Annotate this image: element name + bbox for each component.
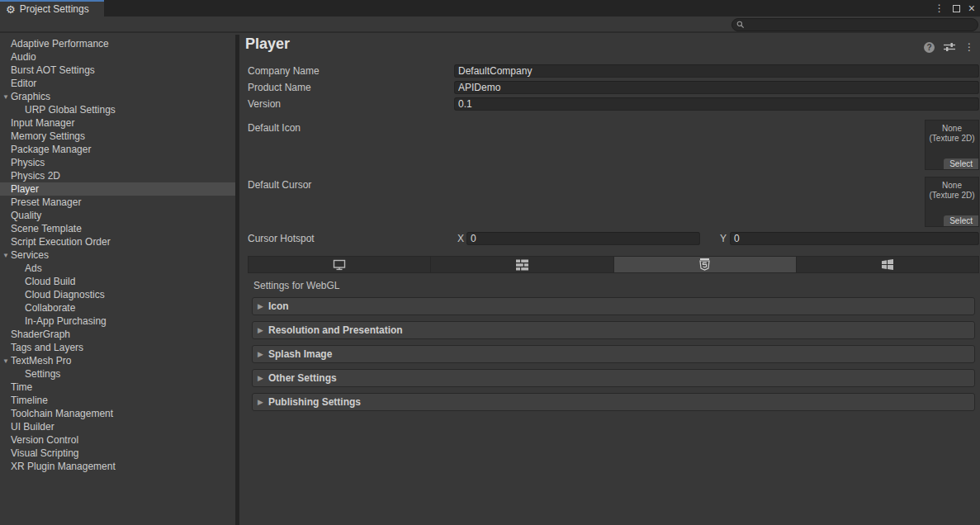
panel-menu-icon[interactable]: ⋮ <box>964 41 974 53</box>
sidebar-item[interactable]: ▼ Memory Settings <box>0 130 235 143</box>
section-header[interactable]: ▶ Resolution and Presentation <box>252 321 975 339</box>
sidebar-item[interactable]: ▼ Audio <box>0 50 235 64</box>
sidebar-item[interactable]: ▼ Toolchain Management <box>0 407 235 420</box>
sidebar-item[interactable]: ▼ Package Manager <box>0 143 235 156</box>
presets-icon[interactable] <box>944 42 955 52</box>
sidebar-item-label: Graphics <box>11 91 50 102</box>
sidebar-item-label: URP Global Settings <box>25 104 116 116</box>
sidebar-item-label: Audio <box>11 51 36 63</box>
hotspot-y-label: Y <box>720 232 727 245</box>
sidebar-item[interactable]: ▼ Input Manager <box>0 116 235 130</box>
sidebar-item[interactable]: ▼ URP Global Settings <box>0 103 235 116</box>
company-name-field[interactable] <box>454 64 979 78</box>
sidebar-item-label: Toolchain Management <box>11 408 113 419</box>
sidebar-item[interactable]: ▼ Adaptive Performance <box>0 37 235 50</box>
sidebar-item[interactable]: ▼ Collaborate <box>0 301 235 315</box>
default-cursor-label: Default Cursor <box>248 178 311 192</box>
texture-type-label: (Texture 2D) <box>926 134 978 144</box>
chevron-right-icon: ▶ <box>258 398 268 406</box>
sidebar-item[interactable]: ▼ Ads <box>0 262 235 275</box>
select-button[interactable]: Select <box>944 215 978 226</box>
window-tab-title: Project Settings <box>20 3 89 15</box>
product-name-field[interactable] <box>454 81 979 94</box>
page-title: Player <box>245 35 290 53</box>
sidebar-item-label: Package Manager <box>11 144 91 155</box>
section-header[interactable]: ▶ Splash Image <box>252 345 975 363</box>
sidebar-item[interactable]: ▼ Settings <box>0 367 235 381</box>
sidebar-item-label: Player <box>11 183 39 195</box>
sidebar-item[interactable]: ▼ Script Execution Order <box>0 235 235 248</box>
sidebar-item-label: Physics <box>11 157 45 168</box>
sidebar-item[interactable]: ▼ Preset Manager <box>0 196 235 209</box>
window-menu-icon[interactable]: ⋮ <box>935 2 944 14</box>
sidebar-item[interactable]: ▼ Scene Template <box>0 222 235 235</box>
sidebar-item[interactable]: ▼ ShaderGraph <box>0 328 235 341</box>
section-label: Splash Image <box>268 348 332 360</box>
foldout-icon[interactable]: ▼ <box>2 357 11 365</box>
hotspot-y-field[interactable] <box>730 232 979 245</box>
version-field[interactable] <box>454 97 979 111</box>
sidebar-item-label: Cloud Diagnostics <box>25 289 105 300</box>
sidebar-item[interactable]: ▼ Player <box>0 182 235 196</box>
product-name-label: Product Name <box>248 81 311 94</box>
close-icon[interactable]: × <box>968 2 975 14</box>
sidebar-item[interactable]: ▼ UI Builder <box>0 420 235 433</box>
sidebar-item[interactable]: ▼ Quality <box>0 209 235 222</box>
sidebar-item[interactable]: ▼ Version Control <box>0 433 235 447</box>
sidebar-item[interactable]: ▼ Physics 2D <box>0 169 235 182</box>
sidebar-item[interactable]: ▼ Editor <box>0 77 235 90</box>
sidebar-item-label: Services <box>11 249 49 261</box>
sidebar-item-label: Adaptive Performance <box>11 38 109 50</box>
version-label: Version <box>248 97 281 111</box>
tab-platform-windows[interactable] <box>797 257 978 272</box>
sidebar-item[interactable]: ▼ Timeline <box>0 394 235 407</box>
tab-platform-desktop[interactable] <box>249 257 431 272</box>
texture-type-label: (Texture 2D) <box>926 191 978 201</box>
server-icon <box>516 259 528 271</box>
sidebar-item[interactable]: ▼ Burst AOT Settings <box>0 64 235 77</box>
section-header[interactable]: ▶ Publishing Settings <box>252 393 975 411</box>
search-input[interactable] <box>748 19 978 31</box>
chevron-right-icon: ▶ <box>258 374 268 382</box>
maximize-icon[interactable] <box>953 5 960 12</box>
chevron-right-icon: ▶ <box>258 350 268 358</box>
default-cursor-texture-slot[interactable]: None (Texture 2D) Select <box>925 177 979 227</box>
sidebar-item-label: Physics 2D <box>11 170 60 182</box>
search-icon <box>736 21 745 29</box>
sidebar-item[interactable]: ▼ Cloud Build <box>0 275 235 288</box>
sidebar-item[interactable]: ▼ XR Plugin Management <box>0 460 235 473</box>
sidebar-item[interactable]: ▼ Tags and Layers <box>0 341 235 354</box>
settings-sidebar: ▼ Adaptive Performance ▼ Audio ▼ Burst A… <box>0 35 235 525</box>
tab-project-settings[interactable]: ⚙ Project Settings <box>0 0 104 17</box>
panel-header-icons: ? ⋮ <box>924 41 974 53</box>
section-label: Resolution and Presentation <box>268 324 403 336</box>
sidebar-item-label: Ads <box>25 262 42 274</box>
sidebar-item[interactable]: ▼ Services <box>0 248 235 262</box>
sidebar-item[interactable]: ▼ In-App Purchasing <box>0 315 235 328</box>
section-header[interactable]: ▶ Other Settings <box>252 369 975 387</box>
sidebar-item-label: TextMesh Pro <box>11 355 71 367</box>
company-name-label: Company Name <box>248 64 320 78</box>
sidebar-item[interactable]: ▼ Graphics <box>0 90 235 103</box>
sidebar-item[interactable]: ▼ TextMesh Pro <box>0 354 235 367</box>
sidebar-item[interactable]: ▼ Visual Scripting <box>0 447 235 460</box>
tab-platform-dedicated-server[interactable] <box>431 257 613 272</box>
select-button[interactable]: Select <box>944 158 978 169</box>
section-header[interactable]: ▶ Icon <box>252 297 975 315</box>
default-icon-texture-slot[interactable]: None (Texture 2D) Select <box>925 120 979 170</box>
sidebar-item[interactable]: ▼ Physics <box>0 156 235 169</box>
sidebar-item-label: Version Control <box>11 434 78 446</box>
foldout-icon[interactable]: ▼ <box>2 252 11 259</box>
help-icon[interactable]: ? <box>924 42 935 53</box>
foldout-icon[interactable]: ▼ <box>2 93 11 101</box>
tab-platform-webgl[interactable] <box>614 257 797 272</box>
html5-shield-icon <box>699 258 710 271</box>
default-icon-label: Default Icon <box>248 121 301 135</box>
hotspot-x-field[interactable] <box>466 232 700 245</box>
sidebar-item-label: Collaborate <box>25 302 75 314</box>
window-titlebar: ⚙ Project Settings ⋮ × <box>0 0 980 17</box>
sidebar-item[interactable]: ▼ Cloud Diagnostics <box>0 288 235 301</box>
texture-none-label: None <box>926 124 978 134</box>
sidebar-item[interactable]: ▼ Time <box>0 381 235 394</box>
search-box[interactable] <box>731 18 978 31</box>
